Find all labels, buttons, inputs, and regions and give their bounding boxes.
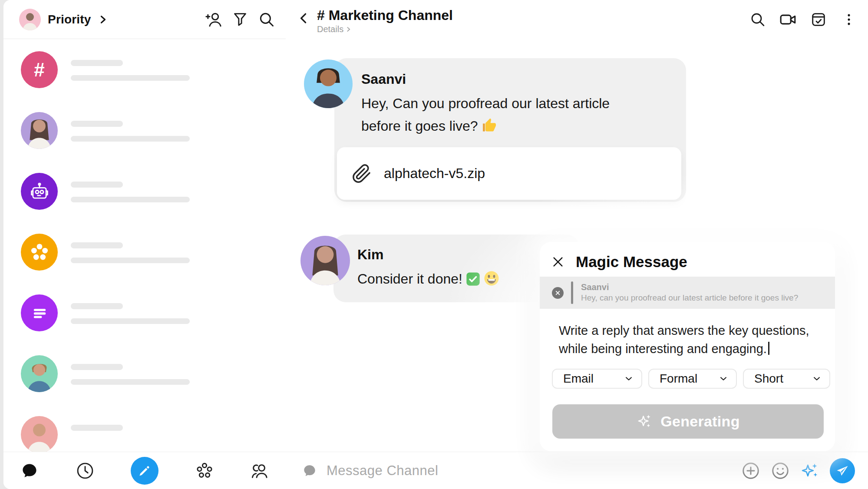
skeleton-subtitle-bar	[71, 75, 190, 81]
text-lines-icon	[21, 294, 58, 331]
chat-search-button[interactable]	[748, 10, 767, 29]
message-text: Consider it done!	[357, 271, 462, 287]
skeleton-title-bar	[71, 182, 123, 188]
skeleton-subtitle-bar	[71, 379, 190, 385]
message-text-line2: before it goes live?	[361, 118, 478, 134]
generating-button[interactable]: Generating	[552, 404, 824, 439]
skeleton-title-bar	[71, 425, 123, 431]
channel-title: # Marketing Channel	[317, 7, 453, 23]
conversation-item-app[interactable]	[21, 234, 273, 271]
filter-button[interactable]	[231, 10, 250, 29]
chat-panel: # Marketing Channel Details	[286, 0, 868, 489]
video-camera-icon	[779, 10, 798, 29]
chevron-down-icon	[812, 374, 822, 383]
quote-divider	[571, 281, 573, 304]
conversation-item-person[interactable]	[21, 355, 273, 393]
length-dropdown[interactable]: Short	[743, 369, 830, 389]
filter-funnel-icon	[231, 11, 249, 28]
more-menu-button[interactable]	[839, 10, 858, 29]
robot-icon	[21, 173, 58, 210]
search-icon	[749, 11, 766, 28]
clock-icon	[76, 461, 95, 481]
grinning-face-emoji	[484, 270, 499, 293]
app-window: Priority #	[3, 0, 868, 489]
video-call-button[interactable]	[779, 10, 798, 29]
smiley-icon	[771, 461, 790, 480]
robot-glyph	[28, 180, 51, 203]
chevron-left-icon	[297, 11, 311, 26]
nav-contacts-button[interactable]	[250, 461, 269, 480]
back-button[interactable]	[294, 9, 314, 28]
nav-chats-button[interactable]	[20, 461, 39, 480]
chat-header: # Marketing Channel Details	[286, 0, 868, 39]
skeleton-title-bar	[71, 60, 123, 66]
remove-quote-button[interactable]	[552, 287, 564, 299]
emoji-button[interactable]	[771, 461, 790, 480]
add-attachment-button[interactable]	[741, 461, 760, 480]
details-label: Details	[317, 24, 343, 34]
tone-options-row: Email Formal Short	[552, 369, 830, 389]
message-text-line1: Hey, Can you proofread our latest articl…	[361, 96, 610, 111]
conversation-item-notes[interactable]	[21, 294, 273, 332]
nav-recent-button[interactable]	[76, 461, 95, 480]
plus-circle-icon	[741, 461, 760, 480]
tasks-button[interactable]	[809, 10, 828, 29]
channel-title-block: # Marketing Channel Details	[317, 7, 453, 34]
check-mark-emoji	[466, 270, 480, 293]
attachment-card[interactable]: alphatech-v5.zip	[337, 147, 681, 200]
person-add-icon	[205, 10, 223, 29]
message-author: Saanvi	[361, 71, 406, 87]
dots-cluster-glyph	[29, 241, 50, 263]
woman-photo-icon	[21, 112, 58, 149]
ai-sparkle-icon	[800, 461, 819, 481]
dots-cluster-icon	[21, 234, 58, 271]
skeleton-subtitle-bar	[71, 318, 190, 324]
conversation-item-person[interactable]	[21, 416, 273, 453]
thumbs-up-emoji	[482, 117, 497, 140]
popup-close-button[interactable]	[550, 254, 566, 270]
chat-header-actions	[748, 10, 858, 29]
tone-value: Formal	[660, 372, 697, 386]
paper-plane-icon	[836, 464, 849, 477]
task-check-icon	[810, 11, 827, 28]
woman-photo-icon	[304, 59, 353, 108]
tone-dropdown[interactable]: Formal	[648, 369, 737, 389]
skeleton-subtitle-bar	[71, 197, 190, 202]
format-dropdown[interactable]: Email	[552, 369, 642, 389]
chat-bubble-filled-icon	[20, 461, 39, 481]
chevron-down-icon	[719, 374, 728, 383]
sidebar: Priority #	[3, 0, 286, 489]
nav-apps-button[interactable]	[195, 461, 214, 480]
message-input[interactable]: Message Channel	[301, 463, 741, 479]
prompt-line1: Write a reply that answers the key quest…	[559, 324, 809, 337]
prompt-input[interactable]: Write a reply that answers the key quest…	[559, 321, 819, 358]
format-value: Email	[563, 372, 594, 386]
workspace-name: Priority	[48, 13, 91, 26]
quote-text-block: Saanvi Hey, can you proofread our latest…	[581, 282, 798, 304]
sidebar-search-button[interactable]	[257, 10, 276, 29]
popup-title: Magic Message	[576, 253, 687, 271]
apps-dots-icon	[195, 461, 214, 481]
person-avatar	[21, 112, 58, 149]
skeleton-subtitle-bar	[71, 258, 190, 263]
add-contact-button[interactable]	[204, 10, 223, 29]
conversation-item-person[interactable]	[21, 112, 273, 149]
close-icon	[555, 290, 561, 296]
conversation-item-bot[interactable]	[21, 173, 273, 210]
message-bubble-saanvi: Saanvi Hey, Can you proofread our latest…	[334, 58, 686, 202]
skeleton-title-bar	[71, 121, 123, 127]
bottom-navigation	[3, 452, 286, 489]
send-button[interactable]	[830, 458, 855, 483]
length-value: Short	[754, 372, 783, 386]
nav-compose-button[interactable]	[131, 457, 158, 485]
person-avatar	[21, 355, 58, 392]
sidebar-actions	[204, 10, 276, 29]
hash-glyph: #	[34, 59, 44, 81]
ai-sparkle-button[interactable]	[800, 461, 819, 480]
channel-details-link[interactable]: Details	[317, 24, 453, 34]
workspace-switcher[interactable]: Priority	[19, 9, 108, 30]
skeleton-title-bar	[71, 364, 123, 370]
conversation-item-channel[interactable]: #	[21, 51, 273, 89]
quote-text: Hey, can you proofread our latest articl…	[581, 292, 798, 304]
message-input-placeholder: Message Channel	[327, 463, 438, 479]
